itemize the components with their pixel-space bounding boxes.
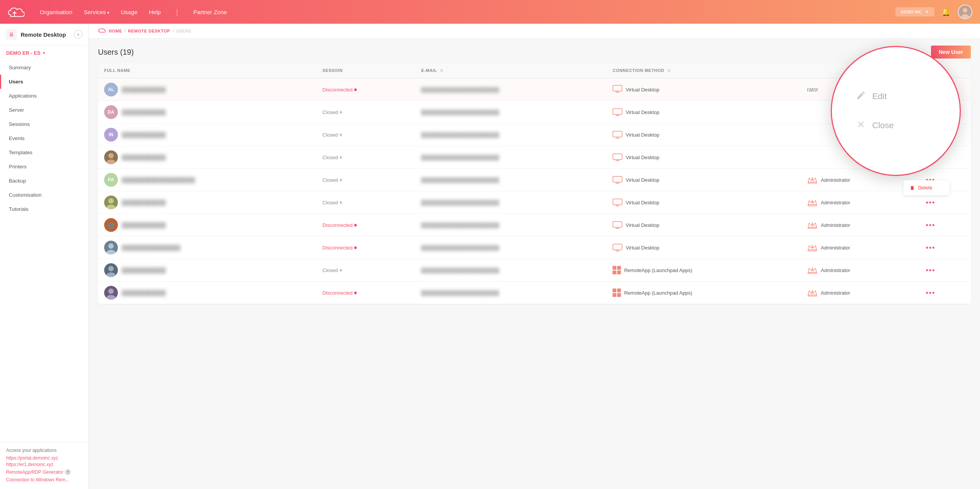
user-email: ████████████████████	[421, 290, 499, 296]
user-email: ████████████████████	[421, 155, 499, 160]
avatar	[104, 286, 118, 300]
cell-session: Closed	[316, 191, 415, 214]
nav-partner-zone[interactable]: Partner Zone	[193, 7, 227, 17]
breadcrumb-logo-icon	[98, 28, 106, 34]
cell-role: Administrator	[801, 191, 918, 214]
avatar: DA	[104, 105, 118, 119]
footer-link-portal[interactable]: https://portal.demoinc.xyz	[6, 455, 82, 461]
add-service-button[interactable]: +	[74, 30, 82, 39]
svg-rect-45	[808, 272, 817, 274]
svg-rect-41	[808, 250, 817, 251]
col-email: E-MAIL ⇅	[415, 63, 606, 78]
nav-usage[interactable]: Usage	[121, 7, 137, 17]
email-sort-icon[interactable]: ⇅	[440, 68, 443, 73]
sidebar-item-summary[interactable]: Summary	[0, 60, 88, 75]
cell-role: Administrator	[801, 236, 918, 259]
cell-session: Disconnected	[316, 236, 415, 259]
user-cell: AL ████████████	[104, 83, 310, 96]
sidebar-item-sessions[interactable]: Sessions	[0, 117, 88, 131]
cell-connection: Virtual Desktop	[606, 214, 801, 236]
user-cell: ████████████	[104, 150, 310, 164]
sidebar-item-backup[interactable]: Backup	[0, 174, 88, 188]
org-selector[interactable]: DEMO INC ▼	[895, 7, 934, 16]
connection-cell: Virtual Desktop	[612, 199, 795, 206]
cell-session: Closed	[316, 259, 415, 282]
user-cell: ████████████	[104, 196, 310, 209]
nav-organisation[interactable]: Organisation	[40, 7, 72, 17]
more-actions-button[interactable]: •••	[924, 266, 937, 274]
connection-sort-icon[interactable]: ⇅	[667, 68, 671, 73]
cell-connection: Virtual Desktop	[606, 236, 801, 259]
cell-actions: •••	[918, 259, 971, 282]
avatar	[104, 241, 118, 254]
monitor-icon	[612, 131, 622, 139]
more-actions-button[interactable]: •••	[924, 199, 937, 207]
avatar: 🌐	[104, 218, 118, 232]
user-email: ████████████████████	[421, 267, 499, 273]
session-status: Disconnected	[322, 222, 409, 228]
more-actions-button[interactable]: •••	[924, 244, 937, 252]
org-label[interactable]: DEMO ER - ES ▾	[0, 46, 88, 60]
sidebar: 🖥 Remote Desktop + DEMO ER - ES ▾ Summar…	[0, 24, 89, 489]
help-badge[interactable]: ?	[65, 469, 71, 475]
cell-fullname: IN ████████████	[98, 124, 316, 146]
footer-access-label: Access your applications	[6, 448, 82, 453]
user-avatar[interactable]	[958, 5, 972, 19]
user-name: ████████████	[122, 200, 166, 205]
connection-label: Virtual Desktop	[626, 222, 659, 228]
avatar	[104, 263, 118, 277]
session-status: Closed	[322, 200, 409, 205]
table-row: ████████████ Closed ████████████████████	[98, 259, 971, 282]
user-photo	[104, 196, 118, 209]
svg-point-43	[108, 266, 114, 271]
sidebar-item-customisation[interactable]: Customisation	[0, 188, 88, 202]
context-menu-close[interactable]: Close	[844, 116, 947, 135]
notification-bell-icon[interactable]: 🔔	[941, 7, 951, 16]
nav-help[interactable]: Help	[149, 7, 161, 17]
user-name: ████████████	[122, 155, 166, 160]
sidebar-item-users[interactable]: Users	[0, 75, 88, 89]
avatar: PA	[104, 173, 118, 187]
table-row: ████████████████ Disconnected ██████████…	[98, 236, 971, 259]
more-actions-button[interactable]: •••	[924, 221, 937, 229]
delete-dropdown: Delete	[903, 180, 949, 195]
footer-link-er1[interactable]: https://er1.demoinc.xyz	[6, 462, 82, 467]
cell-fullname: ████████████	[98, 146, 316, 169]
cell-connection: RemoteApp (Launchpad Apps)	[606, 259, 801, 282]
cell-session: Closed	[316, 124, 415, 146]
monitor-icon	[612, 85, 622, 93]
breadcrumb-sep2: /	[172, 28, 173, 34]
cell-email: ████████████████████	[415, 236, 606, 259]
context-menu-delete[interactable]: Delete	[903, 182, 949, 194]
nav-divider: |	[176, 8, 178, 16]
cell-fullname: ████████████████	[98, 236, 316, 259]
role-cell: Administrator	[807, 221, 912, 229]
sidebar-item-templates[interactable]: Templates	[0, 145, 88, 160]
admin-crown-icon	[807, 198, 818, 207]
sidebar-item-server[interactable]: Server	[0, 103, 88, 117]
delete-label: Delete	[918, 185, 933, 191]
role-label: Administrator	[821, 245, 850, 251]
logo[interactable]	[8, 6, 24, 18]
sidebar-item-printers[interactable]: Printers	[0, 160, 88, 174]
sidebar-item-tutorials[interactable]: Tutorials	[0, 202, 88, 216]
svg-rect-21	[808, 182, 817, 183]
sidebar-item-events[interactable]: Events	[0, 131, 88, 145]
context-menu-edit[interactable]: Edit	[844, 86, 947, 106]
cell-fullname: PA ████████████████████	[98, 169, 316, 191]
nav-services[interactable]: Services	[84, 7, 109, 17]
cell-email: ████████████████████	[415, 169, 606, 191]
more-actions-button[interactable]: •••	[924, 289, 937, 297]
breadcrumb-service[interactable]: REMOTE DESKTOP	[128, 29, 170, 33]
table-row: ████████████ Disconnected ██████████████…	[98, 282, 971, 304]
connection-label: Virtual Desktop	[626, 200, 659, 205]
sidebar-item-applications[interactable]: Applications	[0, 89, 88, 103]
svg-point-36	[108, 243, 114, 249]
org-label-text: DEMO ER - ES	[6, 50, 41, 56]
cell-email: ████████████████████	[415, 124, 606, 146]
footer-link-rdp[interactable]: RemoteApp/RDP Generator	[6, 469, 63, 475]
footer-link-connection[interactable]: Connection to Windows Rem...	[6, 477, 82, 482]
connection-cell: Virtual Desktop	[612, 176, 795, 184]
breadcrumb-home[interactable]: HOME	[109, 29, 122, 33]
cell-connection: Virtual Desktop	[606, 191, 801, 214]
